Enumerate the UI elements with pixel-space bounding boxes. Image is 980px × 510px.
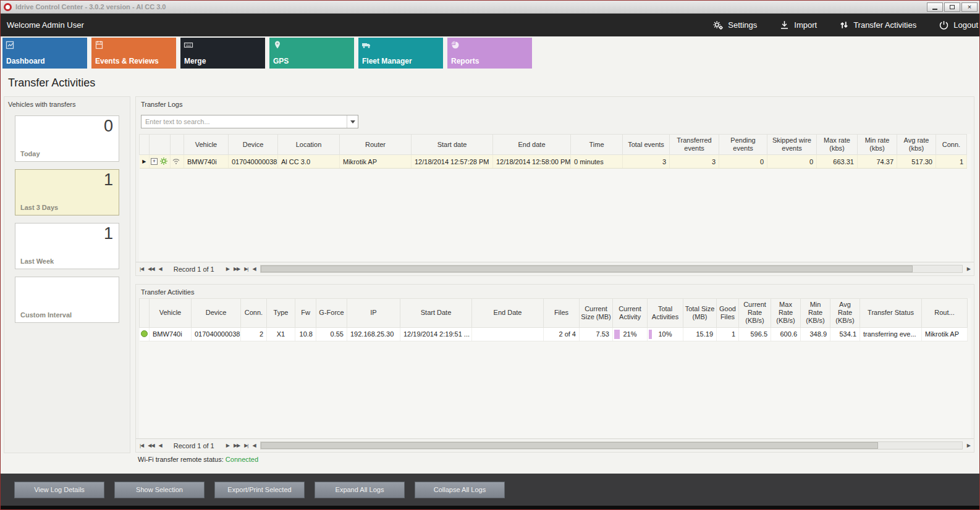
last-record-button[interactable]: ▶| bbox=[244, 266, 248, 272]
scroll-left-button[interactable]: ◀ bbox=[252, 443, 255, 448]
column-header-gforce[interactable]: G-Force bbox=[316, 299, 347, 328]
scroll-right-button[interactable]: ▶ bbox=[967, 443, 970, 448]
scroll-left-button[interactable]: ◀ bbox=[252, 266, 255, 272]
column-header-skipped-wire-events[interactable]: Skipped wire events bbox=[767, 135, 817, 155]
transfer-activities-button[interactable]: Transfer Activities bbox=[839, 20, 916, 30]
column-header-files[interactable]: Files bbox=[544, 299, 580, 328]
expand-all-logs-button[interactable]: Expand All Logs bbox=[315, 482, 405, 498]
column-header-conn[interactable]: Conn. bbox=[936, 135, 967, 155]
card-today[interactable]: 0 Today bbox=[15, 115, 119, 162]
prev-record-button[interactable]: ◀ bbox=[159, 443, 162, 448]
column-header-max-rate[interactable]: Max Rate (KB/s) bbox=[771, 299, 801, 328]
column-header-conn[interactable]: Conn. bbox=[241, 299, 267, 328]
tab-dashboard[interactable]: Dashboard bbox=[2, 38, 87, 69]
column-header-pending-events[interactable]: Pending events bbox=[719, 135, 767, 155]
logout-power-icon bbox=[939, 20, 949, 30]
search-dropdown-button[interactable] bbox=[347, 115, 358, 128]
last-record-button[interactable]: ▶| bbox=[244, 443, 248, 448]
settings-button[interactable]: Settings bbox=[712, 20, 757, 31]
search-input[interactable] bbox=[142, 115, 347, 128]
column-header-start-date[interactable]: Start date bbox=[412, 135, 493, 155]
first-record-button[interactable]: |◀ bbox=[140, 443, 143, 448]
import-label: Import bbox=[794, 20, 817, 30]
maximize-button[interactable] bbox=[944, 2, 960, 12]
column-header-device[interactable]: Device bbox=[229, 135, 278, 155]
transfer-logs-title: Transfer Logs bbox=[136, 97, 974, 111]
card-custom-interval[interactable]: Custom Interval bbox=[15, 277, 119, 323]
tab-gps[interactable]: GPS bbox=[269, 38, 354, 69]
scrollbar-thumb[interactable] bbox=[261, 265, 913, 272]
cell-start-date: 12/18/2014 12:57:28 PM bbox=[412, 155, 493, 169]
export-print-selected-button[interactable]: Export/Print Selected bbox=[214, 482, 305, 498]
column-header-location[interactable]: Location bbox=[278, 135, 340, 155]
table-row[interactable]: ▶ + BMW740i 017040000038 Al CC 3.0 Mikro… bbox=[140, 155, 967, 169]
next-record-button[interactable]: ▶ bbox=[226, 266, 229, 272]
column-header-vehicle[interactable]: Vehicle bbox=[150, 299, 192, 328]
show-selection-button[interactable]: Show Selection bbox=[114, 482, 205, 498]
column-header-current-size[interactable]: Current Size (MB) bbox=[580, 299, 613, 328]
tab-merge[interactable]: Merge bbox=[180, 38, 265, 69]
column-header-min-rate[interactable]: Min Rate (KB/s) bbox=[801, 299, 830, 328]
view-log-details-button[interactable]: View Log Details bbox=[14, 482, 104, 498]
scroll-right-button[interactable]: ▶ bbox=[967, 266, 970, 272]
column-header-max-rate[interactable]: Max rate (kbs) bbox=[817, 135, 858, 155]
next-record-button[interactable]: ▶ bbox=[226, 443, 229, 448]
next-page-button[interactable]: ▶▶ bbox=[234, 443, 240, 448]
scrollbar-thumb[interactable] bbox=[261, 442, 878, 449]
horizontal-scrollbar[interactable] bbox=[260, 265, 963, 273]
column-header-avg-rate[interactable]: Avg Rate (KB/s) bbox=[830, 299, 860, 328]
tab-events-reviews[interactable]: Events & Reviews bbox=[91, 38, 176, 69]
prev-record-button[interactable]: ◀ bbox=[159, 266, 162, 272]
tab-reports[interactable]: Reports bbox=[447, 38, 532, 69]
column-header-start-date[interactable]: Start Date bbox=[400, 299, 472, 328]
column-header-total-events[interactable]: Total events bbox=[623, 135, 670, 155]
column-header-current-rate[interactable]: Current Rate (KB/s) bbox=[739, 299, 771, 328]
column-header-total-activities[interactable]: Total Activities bbox=[648, 299, 683, 328]
panel-splitter[interactable] bbox=[1, 278, 979, 283]
window-title: Idrive Control Center - 3.0.2 version - … bbox=[15, 3, 927, 10]
column-header-device[interactable]: Device bbox=[192, 299, 241, 328]
reports-pie-icon bbox=[450, 40, 460, 52]
horizontal-scrollbar[interactable] bbox=[260, 441, 963, 449]
column-header-type[interactable]: Type bbox=[267, 299, 295, 328]
minimize-button[interactable] bbox=[927, 2, 943, 12]
prev-page-button[interactable]: ◀◀ bbox=[148, 443, 154, 448]
tab-fleet-manager[interactable]: Fleet Manager bbox=[358, 38, 443, 69]
column-header-router[interactable]: Rout... bbox=[922, 299, 968, 328]
column-header-time[interactable]: Time bbox=[571, 135, 623, 155]
column-header-end-date[interactable]: End date bbox=[493, 135, 571, 155]
collapse-all-logs-button[interactable]: Collapse All Logs bbox=[415, 482, 505, 498]
column-header-router[interactable]: Router bbox=[340, 135, 412, 155]
table-row[interactable]: BMW740i 017040000038 2 X1 10.8 0.55 192.… bbox=[140, 327, 968, 341]
column-header-transferred-events[interactable]: Transferred events bbox=[670, 135, 719, 155]
column-header-current-activity[interactable]: Current Activity bbox=[613, 299, 648, 328]
column-header-blank bbox=[171, 135, 184, 155]
next-page-button[interactable]: ▶▶ bbox=[234, 266, 240, 272]
transfer-activities-label: Transfer Activities bbox=[853, 20, 916, 30]
cell-min-rate: 74.37 bbox=[858, 155, 897, 169]
card-last-3-days[interactable]: 1 Last 3 Days bbox=[15, 169, 119, 215]
column-header-vehicle[interactable]: Vehicle bbox=[184, 135, 229, 155]
cell-min-rate: 348.9 bbox=[801, 327, 830, 341]
footer-toolbar: View Log Details Show Selection Export/P… bbox=[1, 474, 979, 506]
expand-plus-icon[interactable]: + bbox=[151, 158, 158, 165]
column-header-total-size[interactable]: Total Size (MB) bbox=[683, 299, 717, 328]
column-header-end-date[interactable]: End Date bbox=[472, 299, 544, 328]
column-header-avg-rate[interactable]: Avg rate (kbs) bbox=[897, 135, 936, 155]
card-last-week[interactable]: 1 Last Week bbox=[15, 223, 119, 269]
column-header-transfer-status[interactable]: Transfer Status bbox=[860, 299, 922, 328]
column-header-good-files[interactable]: Good Files bbox=[717, 299, 739, 328]
first-record-button[interactable]: |◀ bbox=[140, 266, 143, 272]
transfer-activities-grid: Vehicle Device Conn. Type Fw G-Force IP … bbox=[139, 298, 971, 438]
column-header-ip[interactable]: IP bbox=[347, 299, 400, 328]
cell-device: 017040000038 bbox=[192, 327, 241, 341]
settings-label: Settings bbox=[728, 20, 757, 30]
prev-page-button[interactable]: ◀◀ bbox=[148, 266, 154, 272]
column-header-min-rate[interactable]: Min rate (kbs) bbox=[858, 135, 897, 155]
titlebar: Idrive Control Center - 3.0.2 version - … bbox=[1, 1, 979, 14]
logout-button[interactable]: Logout bbox=[939, 20, 978, 30]
connected-status-dot-icon bbox=[141, 330, 148, 337]
close-button[interactable]: × bbox=[961, 2, 978, 12]
column-header-fw[interactable]: Fw bbox=[295, 299, 316, 328]
import-button[interactable]: Import bbox=[779, 20, 817, 30]
